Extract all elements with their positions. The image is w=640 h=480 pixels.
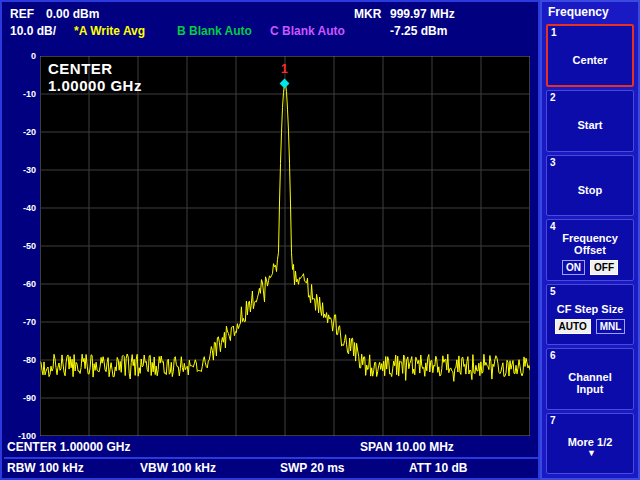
trace-a-status: *A Write Avg	[74, 24, 145, 38]
softkey-label: Center	[573, 54, 608, 66]
vbw-readout: VBW 100 kHz	[140, 461, 216, 475]
softkey-number: 7	[550, 415, 556, 426]
auto-mnl-toggle: AUTO MNL	[555, 319, 626, 334]
y-tick-label: -50	[2, 241, 36, 251]
center-freq-annotation: CENTER 1.00000 GHz	[48, 60, 142, 94]
ref-label: REF	[10, 7, 34, 21]
center-freq-readout: CENTER 1.00000 GHz	[7, 440, 130, 454]
softkey-number: 6	[550, 350, 556, 361]
trace-b-status: B Blank Auto	[177, 24, 252, 38]
att-readout: ATT 10 dB	[409, 461, 467, 475]
on-off-toggle: ON OFF	[562, 260, 618, 275]
marker-1-label: 1	[281, 62, 288, 76]
softkey-stop[interactable]: 3 Stop	[546, 155, 634, 216]
mkr-label: MKR	[354, 7, 381, 21]
footer-divider	[4, 457, 538, 459]
softkey-label: Frequency Offset	[562, 232, 618, 256]
y-tick-label: -90	[2, 393, 36, 403]
softkey-label: Stop	[578, 184, 602, 196]
chevron-down-icon: ▼	[587, 448, 596, 458]
toggle-option-auto[interactable]: AUTO	[555, 319, 591, 334]
softkey-menu-title: Frequency	[546, 4, 634, 21]
trace-c-status: C Blank Auto	[270, 24, 345, 38]
y-tick-label: -70	[2, 317, 36, 327]
spectrum-plot	[40, 56, 530, 436]
y-tick-label: -30	[2, 165, 36, 175]
display-area: REF 0.00 dBm MKR 999.97 MHz 10.0 dB/ *A …	[0, 0, 540, 480]
y-tick-label: -80	[2, 355, 36, 365]
toggle-option-mnl[interactable]: MNL	[596, 319, 626, 334]
ref-value: 0.00 dBm	[46, 7, 99, 21]
softkey-center[interactable]: 1 Center	[546, 24, 634, 87]
annotation-line2: 1.00000 GHz	[48, 77, 142, 94]
softkey-more[interactable]: 7 More 1/2 ▼	[546, 413, 634, 474]
rbw-readout: RBW 100 kHz	[7, 461, 84, 475]
y-tick-label: 0	[2, 51, 36, 61]
spectrum-analyzer-screen: REF 0.00 dBm MKR 999.97 MHz 10.0 dB/ *A …	[0, 0, 640, 480]
softkey-label: Start	[577, 119, 602, 131]
softkey-number: 3	[550, 157, 556, 168]
softkey-number: 2	[550, 92, 556, 103]
softkey-label: CF Step Size	[557, 303, 624, 315]
toggle-option-off[interactable]: OFF	[590, 260, 618, 275]
marker-amplitude: -7.25 dBm	[390, 24, 447, 38]
toggle-option-on[interactable]: ON	[562, 260, 585, 275]
scale-readout: 10.0 dB/	[10, 24, 56, 38]
softkey-frequency-offset[interactable]: 4 Frequency Offset ON OFF	[546, 219, 634, 280]
softkey-label: Channel Input	[568, 371, 611, 395]
y-tick-label: -10	[2, 89, 36, 99]
softkey-number: 1	[551, 27, 557, 38]
annotation-line1: CENTER	[48, 60, 142, 77]
y-tick-label: -20	[2, 127, 36, 137]
y-tick-label: -60	[2, 279, 36, 289]
mkr-value: 999.97 MHz	[390, 7, 455, 21]
softkey-channel-input[interactable]: 6 Channel Input	[546, 348, 634, 409]
spectrum-display: CENTER 1.00000 GHz 1	[40, 56, 530, 436]
y-tick-label: -40	[2, 203, 36, 213]
softkey-number: 5	[550, 286, 556, 297]
swp-readout: SWP 20 ms	[280, 461, 344, 475]
softkey-label: More 1/2	[568, 436, 613, 448]
softkey-number: 4	[550, 221, 556, 232]
softkey-start[interactable]: 2 Start	[546, 90, 634, 151]
softkey-panel: Frequency 1 Center 2 Start 3 Stop 4 Freq…	[540, 0, 640, 480]
span-readout: SPAN 10.00 MHz	[360, 440, 454, 454]
softkey-cf-step-size[interactable]: 5 CF Step Size AUTO MNL	[546, 284, 634, 345]
